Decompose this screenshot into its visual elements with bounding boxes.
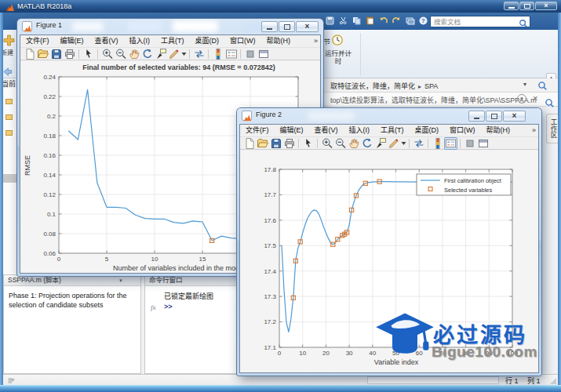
print-icon[interactable] — [63, 48, 76, 60]
insert-colorbar-icon[interactable] — [211, 48, 224, 60]
help-icon[interactable]: ? — [418, 15, 429, 26]
dropdown-icon[interactable] — [180, 48, 187, 60]
cut-icon[interactable] — [338, 15, 349, 26]
resize-grip-icon[interactable] — [550, 378, 556, 384]
maximize-button[interactable] — [519, 2, 534, 10]
figure1-titlebar[interactable]: Figure 1 × — [17, 19, 323, 34]
pan-icon[interactable] — [127, 48, 140, 60]
menu-item-help[interactable]: 帮助(H) — [261, 35, 297, 47]
document-actions-icon[interactable]: ▾ — [517, 94, 526, 103]
insert-legend-icon[interactable] — [444, 137, 457, 150]
menu-item-insert[interactable]: 插入(I) — [344, 125, 376, 136]
save-icon[interactable] — [49, 48, 63, 60]
dropdown-icon[interactable] — [400, 137, 406, 150]
menu-item-window[interactable]: 窗口(W) — [224, 35, 261, 47]
collapse-panel-icon[interactable]: ▼ — [118, 278, 123, 283]
figure2-window[interactable]: Figure 2 × 文件(F)编辑(E)查看(V)插入(I)工具(T)桌面(D… — [237, 108, 541, 376]
menu-item-edit[interactable]: 编辑(E) — [275, 125, 309, 136]
svg-text:0.14: 0.14 — [43, 172, 56, 179]
minimize-button[interactable] — [504, 2, 519, 10]
save-icon[interactable] — [269, 137, 282, 150]
menu-item-window[interactable]: 窗口(W) — [444, 125, 481, 136]
menu-item-desktop[interactable]: 桌面(D) — [190, 35, 225, 47]
undo-icon[interactable] — [378, 15, 389, 26]
switch-window-icon[interactable] — [405, 15, 416, 26]
window-border — [0, 385, 561, 392]
panel-search-icon[interactable] — [545, 97, 555, 111]
figure1-toolbar — [20, 47, 320, 60]
cursor-icon[interactable] — [301, 137, 315, 150]
copy-icon[interactable] — [352, 15, 362, 26]
rotate-3d-icon[interactable] — [140, 48, 154, 60]
svg-text:80: 80 — [462, 350, 469, 357]
close-button[interactable]: × — [503, 111, 526, 122]
close-button[interactable]: × — [535, 2, 557, 10]
matlab-titlebar[interactable]: MATLAB R2018a × — [0, 0, 561, 13]
zoom-in-icon[interactable] — [100, 48, 114, 60]
insert-colorbar-icon[interactable] — [431, 137, 444, 150]
brush-icon[interactable] — [167, 48, 180, 60]
menu-item-file[interactable]: 文件(F) — [20, 35, 55, 47]
menu-item-file[interactable]: 文件(F) — [240, 125, 275, 136]
dock-window-icon[interactable] — [257, 48, 270, 60]
zoom-in-icon[interactable] — [320, 137, 333, 150]
current-folder-panel[interactable] — [3, 88, 17, 274]
redo-icon[interactable] — [392, 15, 403, 26]
selected-file-row[interactable] — [3, 174, 17, 183]
run-and-time-icon[interactable] — [330, 33, 344, 50]
figure2-window-controls: × — [468, 111, 526, 122]
maximize-button[interactable] — [279, 21, 295, 32]
save-icon[interactable] — [325, 15, 336, 26]
rotate-3d-icon[interactable] — [360, 137, 373, 150]
menu-overflow-icon[interactable]: » — [532, 125, 536, 136]
figure2-canvas[interactable]: 010203040506070809010017.117.217.317.417… — [240, 151, 538, 372]
brush-icon[interactable] — [387, 137, 400, 150]
dock-small-icon[interactable] — [243, 48, 257, 60]
zoom-out-icon[interactable] — [114, 48, 127, 60]
paste-icon[interactable] — [365, 15, 376, 26]
close-document-icon[interactable]: × — [533, 93, 537, 103]
menu-item-help[interactable]: 帮助(H) — [481, 125, 516, 136]
maximize-button[interactable] — [486, 111, 502, 122]
command-prompt[interactable]: >> — [164, 303, 173, 310]
data-cursor-icon[interactable] — [373, 137, 387, 150]
breadcrumb[interactable]: 取特征波长，降维，简单化▸SPA — [330, 81, 438, 91]
pan-icon[interactable] — [347, 137, 360, 150]
cursor-icon[interactable] — [82, 48, 95, 60]
figure2-menubar: 文件(F)编辑(E)查看(V)插入(I)工具(T)桌面(D)窗口(W)帮助(H)… — [240, 125, 538, 136]
menu-item-tools[interactable]: 工具(T) — [155, 35, 190, 47]
dock-window-icon[interactable] — [476, 137, 490, 150]
run-and-time-button[interactable]: 运行并计时 — [322, 49, 354, 65]
link-plots-icon[interactable] — [412, 137, 425, 150]
new-document-icon[interactable] — [242, 137, 256, 150]
doc-search-box[interactable]: 搜索文档 — [430, 16, 530, 27]
menu-item-insert[interactable]: 插入(I) — [124, 35, 156, 47]
new-script-label[interactable]: 新建 — [1, 48, 16, 56]
svg-text:0.16: 0.16 — [43, 152, 56, 159]
figure2-titlebar[interactable]: Figure 2 × — [237, 108, 541, 124]
chart-title: Final number of selected variables: 94 (… — [82, 64, 275, 71]
menu-item-edit[interactable]: 编辑(E) — [55, 35, 89, 47]
link-plots-icon[interactable] — [192, 48, 206, 60]
workspace-tab[interactable]: 工作区 — [546, 114, 558, 143]
zoom-out-icon[interactable] — [333, 137, 347, 150]
statusbar-grip-icon[interactable]: ||||▾ — [8, 376, 13, 383]
legend[interactable]: First calibration objectSelected variabl… — [417, 174, 511, 195]
new-document-icon[interactable] — [23, 48, 36, 60]
data-cursor-icon[interactable] — [154, 48, 167, 60]
minimize-button[interactable] — [261, 21, 278, 32]
minimize-button[interactable] — [468, 111, 485, 122]
menu-item-desktop[interactable]: 桌面(D) — [410, 125, 445, 136]
dock-small-icon[interactable] — [463, 137, 476, 150]
close-button[interactable]: × — [296, 21, 319, 32]
insert-legend-icon[interactable] — [224, 48, 238, 60]
menu-item-view[interactable]: 查看(V) — [89, 35, 124, 47]
open-folder-icon[interactable] — [36, 48, 49, 60]
menu-overflow-icon[interactable]: » — [314, 35, 318, 47]
menu-item-tools[interactable]: 工具(T) — [375, 125, 410, 136]
breadcrumb-dropdown-icon[interactable]: ▾ — [523, 81, 526, 88]
svg-text:60: 60 — [416, 350, 423, 357]
menu-item-view[interactable]: 查看(V) — [309, 125, 344, 136]
open-folder-icon[interactable] — [256, 137, 269, 150]
print-icon[interactable] — [282, 137, 296, 150]
